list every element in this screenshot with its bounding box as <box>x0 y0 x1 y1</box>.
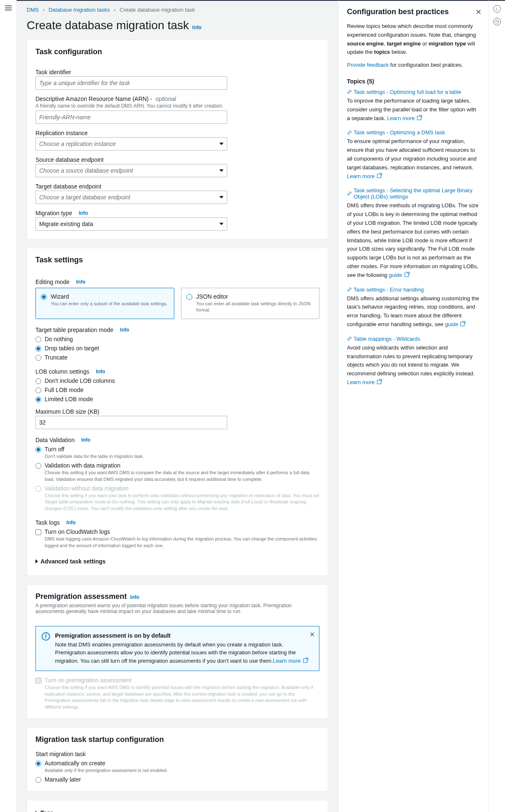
tile-json-editor[interactable]: JSON editor You can enter all available … <box>181 288 320 319</box>
editing-mode-label: Editing modeInfo <box>35 279 319 285</box>
data-validation-label: Data ValidationInfo <box>35 437 319 443</box>
panel-tags: Tags Add tags to your DMS resources to o… <box>27 800 328 812</box>
target-endpoint-select[interactable]: Choose a target database endpoint <box>35 191 227 204</box>
learn-more-link[interactable]: Learn more <box>387 115 415 121</box>
help-intro: Review topics below which describe most … <box>347 22 480 57</box>
tile-json-desc: You can enter all available task setting… <box>196 301 314 314</box>
info-icon[interactable]: i <box>493 5 501 13</box>
arn-label: Descriptive Amazon Resource Name (ARN) -… <box>35 96 319 102</box>
source-endpoint-select[interactable]: Choose a source database endpoint <box>35 164 227 177</box>
link-icon <box>347 287 352 292</box>
breadcrumb-dms[interactable]: DMS <box>27 7 39 13</box>
checkbox-premigration: Turn on premigration assessmentChoose th… <box>35 677 319 710</box>
info-icon: i <box>42 632 50 641</box>
premigration-heading: Premigration assessment <box>35 592 127 601</box>
learn-more-link[interactable]: guide <box>389 272 402 278</box>
provide-feedback-link[interactable]: Provide feedback <box>347 62 389 68</box>
arn-desc: A friendly name to override the default … <box>35 103 319 109</box>
radio-manually-later[interactable]: Manually later <box>35 776 319 783</box>
external-link-icon <box>405 273 409 277</box>
external-link-icon <box>377 380 381 384</box>
breadcrumb: DMS › Database migration tasks › Create … <box>27 1 328 19</box>
chevron-down-icon <box>219 169 224 172</box>
alert-title: Premigration assessment is on by default <box>55 632 313 639</box>
external-link-icon <box>377 174 381 178</box>
lob-settings-info[interactable]: Info <box>96 369 105 375</box>
data-validation-info[interactable]: Info <box>81 437 90 443</box>
checkbox-cloudwatch-logs[interactable]: Turn on CloudWatch logsDMS task logging … <box>35 528 319 549</box>
help-topic-link[interactable]: Table mappings - Wildcards <box>347 336 480 342</box>
page-title: Create database migration taskInfo <box>27 19 328 32</box>
external-link-icon <box>460 322 465 326</box>
advanced-settings-toggle[interactable]: Advanced task settings <box>35 556 319 567</box>
lob-settings-label: LOB column settingsInfo <box>35 368 319 375</box>
help-topic-link[interactable]: Task settings - Optimizing a DMS task <box>347 129 480 136</box>
editing-mode-info[interactable]: Info <box>76 279 85 285</box>
help-topic-link[interactable]: Task settings - Selecting the optimal La… <box>347 187 480 200</box>
arn-input[interactable] <box>35 111 227 124</box>
source-endpoint-label: Source database endpoint <box>35 156 319 163</box>
link-icon <box>347 191 352 196</box>
page-info-link[interactable]: Info <box>192 25 201 30</box>
task-logs-label: Task logsInfo <box>35 519 319 526</box>
alert-body: Note that DMS enables premigration asses… <box>55 641 313 665</box>
prep-mode-label: Target table preparation modeInfo <box>35 327 319 333</box>
radio-icon <box>41 294 47 300</box>
panel-task-settings: Task settings Editing modeInfo Wizard Yo… <box>27 248 328 576</box>
premigration-info[interactable]: Info <box>130 594 139 600</box>
link-icon <box>347 336 352 341</box>
help-topic-link[interactable]: Task settings - Error handling <box>347 287 480 293</box>
learn-more-link[interactable]: Learn more <box>273 658 307 664</box>
help-topics-heading: Topics (5) <box>347 78 480 85</box>
start-task-label: Start migration task <box>35 751 319 757</box>
help-topic-body: To ensure optimal performance of your mi… <box>347 137 480 181</box>
radio-no-lob[interactable]: Don't include LOB columns <box>35 377 319 384</box>
radio-do-nothing[interactable]: Do nothing <box>35 336 319 342</box>
migration-type-info[interactable]: Info <box>79 210 88 216</box>
learn-more-link[interactable]: Learn more <box>347 173 374 179</box>
nav-toggle-icon[interactable] <box>5 4 12 12</box>
tile-wizard-title: Wizard <box>51 293 168 300</box>
tile-json-title: JSON editor <box>196 293 314 300</box>
radio-full-lob[interactable]: Full LOB mode <box>35 387 319 393</box>
help-topic-body: DMS offers additional settings allowing … <box>347 294 480 329</box>
tile-wizard[interactable]: Wizard You can enter only a subset of th… <box>35 288 174 319</box>
task-logs-info[interactable]: Info <box>66 520 75 525</box>
help-title: Configuration best practices <box>347 8 480 16</box>
panel-premigration: Premigration assessmentInfo A premigrati… <box>27 584 328 719</box>
close-icon[interactable]: ✕ <box>309 631 315 639</box>
radio-validation-off[interactable]: Turn offDon't validate data for the tabl… <box>35 446 319 460</box>
chevron-down-icon <box>219 143 224 145</box>
tags-toggle[interactable]: Tags <box>35 807 319 812</box>
migration-type-select[interactable]: Migrate existing data <box>35 217 227 231</box>
task-identifier-input[interactable] <box>35 76 227 90</box>
radio-validation-without: Validation without data migrationChoose … <box>35 485 319 512</box>
tile-wizard-desc: You can enter only a subset of the avail… <box>51 301 168 307</box>
prep-mode-info[interactable]: Info <box>120 327 129 333</box>
migration-type-label: Migration typeInfo <box>35 210 319 216</box>
link-icon <box>347 130 352 135</box>
panel-task-config: Task configuration Task identifier Descr… <box>27 40 328 239</box>
radio-validation-with[interactable]: Validation with data migrationChoose thi… <box>35 462 319 483</box>
external-link-icon <box>303 659 307 663</box>
breadcrumb-tasks[interactable]: Database migration tasks <box>48 7 110 13</box>
chevron-down-icon <box>219 196 224 199</box>
help-topic-body: Avoid using wildcards within selection a… <box>347 344 480 387</box>
replication-instance-select[interactable]: Choose a replication instance <box>35 137 227 151</box>
learn-more-link[interactable]: Learn more <box>347 379 374 385</box>
task-config-heading: Task configuration <box>35 48 319 56</box>
max-lob-label: Maximum LOB size (KB) <box>35 408 319 415</box>
learn-more-link[interactable]: guide <box>445 321 458 327</box>
radio-icon <box>186 294 192 300</box>
radio-auto-create[interactable]: Automatically on createAvailable only if… <box>35 760 319 774</box>
radio-truncate[interactable]: Truncate <box>35 354 319 361</box>
breadcrumb-current: Create database migration task <box>120 7 195 13</box>
close-icon[interactable]: ✕ <box>475 8 482 17</box>
max-lob-input[interactable] <box>35 416 227 429</box>
help-topic-link[interactable]: Task settings - Optimizing full load for… <box>347 89 480 95</box>
radio-drop-tables[interactable]: Drop tables on target <box>35 345 319 352</box>
clock-icon[interactable]: ◷ <box>493 18 501 25</box>
premigration-alert: i ✕ Premigration assessment is on by def… <box>35 626 319 671</box>
radio-limited-lob[interactable]: Limited LOB mode <box>35 396 319 402</box>
panel-startup: Migration task startup configuration Sta… <box>27 727 328 792</box>
